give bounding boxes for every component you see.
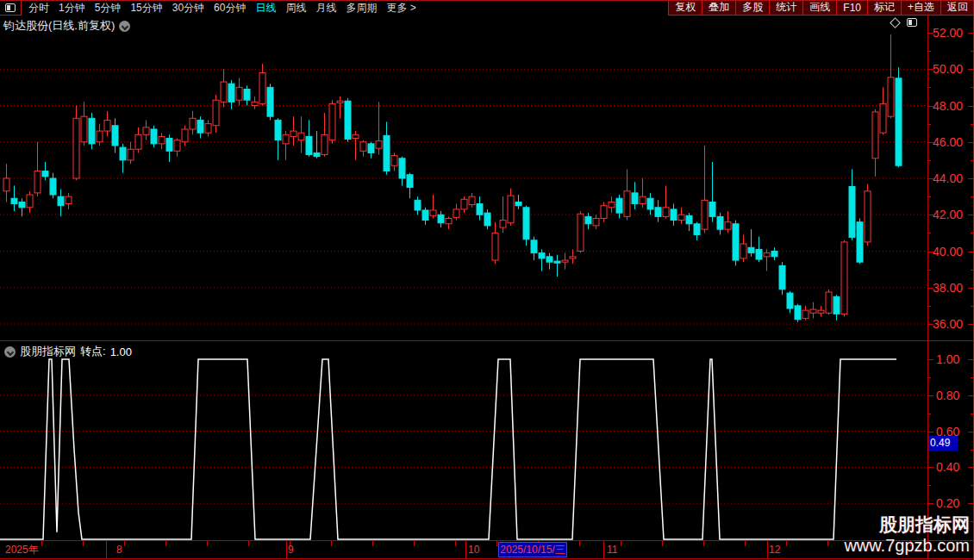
menu-item-月线[interactable]: 月线 <box>315 2 336 15</box>
menu-item-5分钟[interactable]: 5分钟 <box>95 2 122 15</box>
candle-body <box>259 72 265 103</box>
maximize-panel-icon[interactable] <box>907 18 917 27</box>
candle-body <box>609 202 615 207</box>
candle-body <box>834 296 840 314</box>
date-label-12: 12 <box>769 543 780 557</box>
toolbar-button-标记[interactable]: 标记 <box>867 1 901 16</box>
date-minor-tick <box>496 541 497 546</box>
candle-body <box>407 175 413 188</box>
date-minor-tick <box>414 541 415 546</box>
toolbar-button-+自选[interactable]: +自选 <box>901 1 940 16</box>
candle-body <box>135 134 141 149</box>
candle-body <box>236 87 242 100</box>
candle-body <box>810 309 816 313</box>
indicator-tick <box>971 414 973 414</box>
date-minor-tick <box>662 541 663 546</box>
indicator-tick <box>928 395 933 396</box>
price-tick <box>928 324 933 325</box>
menu-item-15分钟[interactable]: 15分钟 <box>130 2 162 15</box>
diamond-marker-icon[interactable] <box>890 17 901 28</box>
date-minor-tick <box>579 541 580 546</box>
candle-body <box>740 244 746 258</box>
date-label-9: 9 <box>288 543 294 557</box>
date-minor-tick <box>745 541 746 546</box>
candle-body <box>73 118 79 178</box>
candle-body <box>159 136 165 143</box>
candle-body <box>228 84 234 102</box>
candle-body <box>655 208 661 217</box>
toolbar-button-F10[interactable]: F10 <box>836 1 867 16</box>
candle-body <box>376 141 382 148</box>
menu-item-日线[interactable]: 日线 <box>255 2 276 15</box>
menu-item-周线[interactable]: 周线 <box>285 2 306 15</box>
indicator-tick <box>968 359 973 360</box>
toolbar-button-画线[interactable]: 画线 <box>802 1 836 16</box>
candle-body <box>368 144 374 153</box>
menu-item-60分钟[interactable]: 60分钟 <box>214 2 246 15</box>
chevron-down-icon[interactable] <box>4 346 16 358</box>
date-minor-tick <box>827 541 828 546</box>
candle-body <box>857 222 863 262</box>
price-tick <box>928 306 931 307</box>
candle-body <box>205 124 211 134</box>
menu-item-多周期[interactable]: 多周期 <box>346 2 377 15</box>
price-tick <box>968 69 973 70</box>
indicator-axis-label: 0.80 <box>936 389 959 402</box>
toolbar-button-复权[interactable]: 复权 <box>668 1 702 16</box>
candle-body <box>872 112 878 159</box>
price-tick <box>971 233 973 233</box>
price-label: 40.00 <box>933 245 963 258</box>
candle-body <box>329 103 335 140</box>
candle-body <box>725 222 731 229</box>
toolbar-button-返回[interactable]: 返回 <box>940 1 974 16</box>
price-tick <box>928 288 933 289</box>
candle-body <box>453 209 459 218</box>
toolbar-button-叠加[interactable]: 叠加 <box>702 1 735 16</box>
candle-body <box>888 78 894 116</box>
toolbar-button-多股[interactable]: 多股 <box>735 1 769 16</box>
price-tick <box>928 33 933 34</box>
price-axis-line <box>927 15 928 558</box>
price-tick <box>928 233 931 233</box>
panel-divider[interactable] <box>0 340 974 341</box>
indicator-tick <box>968 395 973 396</box>
watermark-site-name: 股朋指标网 <box>844 513 970 535</box>
date-minor-tick <box>786 541 787 546</box>
indicator-value: 1.00 <box>110 345 132 358</box>
menu-item-30分钟[interactable]: 30分钟 <box>172 2 204 15</box>
candlestick-chart[interactable] <box>0 15 927 340</box>
window-panel-icon[interactable] <box>0 1 22 16</box>
price-tick <box>928 106 933 107</box>
price-tick <box>968 288 973 289</box>
menu-item-更多 >[interactable]: 更多 > <box>386 2 415 15</box>
indicator-tick <box>968 432 973 432</box>
toolbar-buttons: 复权叠加多股统计画线F10标记+自选返回 <box>668 1 974 16</box>
candle-body <box>818 310 824 313</box>
menu-item-1分钟[interactable]: 1分钟 <box>59 2 85 15</box>
toolbar-button-统计[interactable]: 统计 <box>769 1 802 16</box>
indicator-name: 转点: <box>80 344 106 359</box>
candle-body <box>523 208 529 240</box>
price-label: 42.00 <box>933 208 963 221</box>
candle-body <box>896 78 902 165</box>
candle-body <box>34 171 41 193</box>
candle-body <box>748 247 754 252</box>
candle-body <box>422 210 428 221</box>
chart-corner-icons <box>891 18 917 27</box>
price-tick <box>928 160 931 161</box>
chevron-down-icon[interactable] <box>119 21 130 32</box>
price-tick <box>971 51 973 52</box>
candle-body <box>492 233 498 260</box>
price-tick <box>928 124 931 125</box>
date-minor-tick <box>41 541 42 546</box>
candle-body <box>469 196 475 205</box>
date-minor-tick <box>621 541 621 546</box>
candle-body <box>880 103 886 133</box>
candle-body <box>391 156 397 166</box>
date-minor-tick <box>703 541 704 546</box>
candle-body <box>3 178 9 191</box>
menu-item-分时[interactable]: 分时 <box>28 2 49 15</box>
indicator-chart[interactable] <box>0 341 927 540</box>
candle-body <box>104 120 110 131</box>
candle-body <box>570 257 576 258</box>
